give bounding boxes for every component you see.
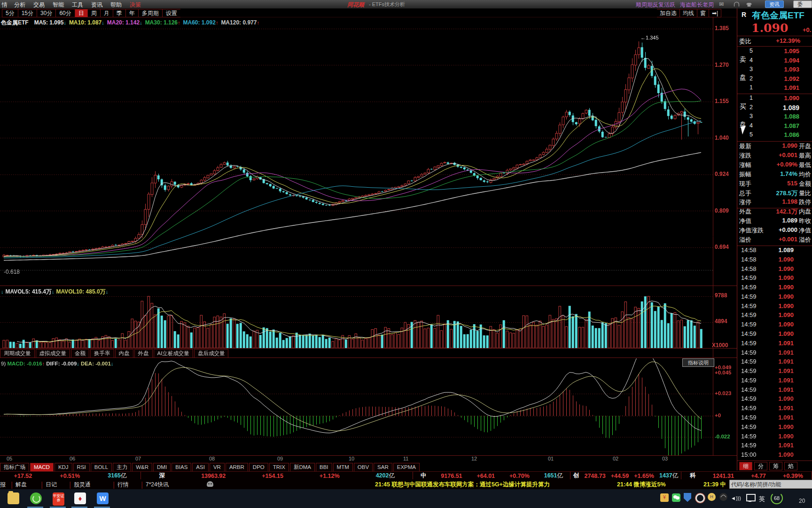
news-tab-行情[interactable]: 行情 [117, 481, 129, 489]
tray-network-icon[interactable] [746, 494, 756, 501]
news-item[interactable]: 21:39 中 [703, 481, 726, 489]
indicator-tab-BIAS[interactable]: BIAS [172, 463, 191, 472]
wps-icon[interactable]: W [97, 492, 109, 504]
indicator-tab-MTM[interactable]: MTM [333, 463, 353, 472]
menu-item-智能[interactable]: 智能 [53, 1, 64, 9]
menu-item-资讯[interactable]: 资讯 [91, 1, 102, 9]
quote-tab-分[interactable]: 分 [754, 462, 767, 470]
period-tab-多周期[interactable]: 多周期 [138, 9, 162, 17]
mail-icon[interactable]: ✉ [719, 1, 724, 8]
indicator-tab-ASI[interactable]: ASI [192, 463, 209, 472]
folder-icon[interactable] [8, 492, 19, 504]
quick-button-均线[interactable]: 均线 [680, 9, 697, 17]
indicator-tab-DPO[interactable]: DPO [249, 463, 268, 472]
index-segment-创[interactable]: 创2748.73+44.59+1.65%1437亿 [570, 472, 681, 480]
indicator-tab-SAR[interactable]: SAR [374, 463, 392, 472]
volume-tab-内盘[interactable]: 内盘 [115, 349, 133, 358]
indicator-tab-BOLL[interactable]: BOLL [91, 463, 112, 472]
quote-tab-细[interactable]: 细 [739, 462, 752, 470]
volume-tab-金额[interactable]: 金额 [71, 349, 89, 358]
solitaire-icon[interactable]: ♦ [74, 492, 86, 504]
green-security-icon[interactable] [30, 492, 42, 504]
period-tab-60分[interactable]: 60分 [55, 9, 74, 17]
indicator-tab-指标广场[interactable]: 指标广场 [0, 463, 29, 472]
quick-button-窗[interactable]: 窗 [697, 9, 709, 17]
tray-score-ball[interactable]: 68 [771, 492, 783, 504]
shirt-icon[interactable] [746, 3, 752, 7]
bid-row-1[interactable]: 11.090 [737, 95, 812, 103]
menu-item-帮助[interactable]: 帮助 [110, 1, 122, 9]
index-segment-科[interactable]: 科1241.31+4.77+0.39% [681, 472, 812, 480]
ask-row-2[interactable]: 21.092 [737, 75, 812, 84]
indicator-tab-KDJ[interactable]: KDJ [55, 463, 72, 472]
hot-link[interactable]: 海盗船长老周 [680, 1, 714, 9]
tray-shield-icon[interactable] [684, 493, 691, 502]
indicator-tab-EXPMA[interactable]: EXPMA [393, 463, 420, 472]
tray-finance-icon[interactable]: ¥ [660, 493, 669, 502]
ask-row-4[interactable]: 41.094 [737, 57, 812, 66]
period-tab-周[interactable]: 周 [87, 9, 100, 17]
indicator-tab-MACD[interactable]: MACD [30, 463, 54, 472]
indicator-tab-W&R[interactable]: W&R [132, 463, 152, 472]
volume-tab-换手率[interactable]: 换手率 [90, 349, 114, 358]
indicator-tab-新DMA[interactable]: 新DMA [290, 463, 315, 472]
indicator-tab-ARBR[interactable]: ARBR [226, 463, 248, 472]
bid-row-4[interactable]: 41.087 [737, 122, 812, 131]
period-tab-5分[interactable]: 5分 [2, 9, 18, 17]
indicator-tab-主力[interactable]: 主力 [113, 463, 131, 472]
tray-ring-icon[interactable] [695, 493, 705, 503]
quick-button-加自选[interactable]: 加自选 [657, 9, 680, 17]
indicator-tab-BBI[interactable]: BBI [316, 463, 332, 472]
volume-tab-虚拟成交量[interactable]: 虚拟成交量 [36, 349, 70, 358]
tray-ime-indicator[interactable]: 英 [759, 495, 765, 503]
period-tab-设置[interactable]: 设置 [162, 9, 180, 17]
ask-row-1[interactable]: 11.091 [737, 84, 812, 93]
news-tab-股灵通[interactable]: 股灵通 [74, 481, 91, 489]
tray-wechat-icon[interactable] [672, 493, 680, 502]
period-tab-年[interactable]: 年 [125, 9, 138, 17]
index-segment-sh[interactable]: +17.52+0.51%3165亿 [0, 472, 141, 480]
menu-item-交易[interactable]: 交易 [33, 1, 45, 9]
candlestick-chart-canvas[interactable] [0, 17, 737, 456]
bid-row-5[interactable]: 51.086 [737, 131, 812, 140]
news-item[interactable]: 21:44 微博涨近5% [617, 481, 666, 489]
news-tab-日记[interactable]: 日记 [46, 481, 57, 489]
news-item[interactable]: 21:45 联想与中国联通发布车联网方案：通过5G+边缘计算提升算力 [375, 481, 550, 489]
tray-alarm-icon[interactable]: H [708, 493, 716, 501]
pingan-securities-icon[interactable]: 平安证券 [53, 492, 64, 506]
period-tab-季[interactable]: 季 [113, 9, 125, 17]
bid-row-3[interactable]: 31.088 [737, 113, 812, 122]
period-tab-15分[interactable]: 15分 [18, 9, 37, 17]
indicator-tab-DMI[interactable]: DMI [153, 463, 171, 472]
period-tab-30分[interactable]: 30分 [37, 9, 55, 17]
menu-item-情[interactable]: 情 [2, 1, 8, 9]
quick-button-➡|[interactable]: ➡| [709, 9, 721, 17]
bid-row-2[interactable]: 21.089 [737, 104, 812, 113]
indicator-tab-VR[interactable]: VR [210, 463, 225, 472]
indicator-tab-RSI[interactable]: RSI [73, 463, 90, 472]
news-tab-报[interactable]: 报 [0, 481, 6, 489]
index-segment-深[interactable]: 深13963.92+154.15+1.12%4202亿 [141, 472, 413, 480]
volume-tab-外盘[interactable]: 外盘 [134, 349, 153, 358]
quote-tab-筹[interactable]: 筹 [769, 462, 782, 470]
index-segment-中[interactable]: 中9176.51+64.01+0.70%1651亿 [413, 472, 570, 480]
tray-satellite-icon[interactable] [719, 493, 727, 501]
tray-speaker-icon[interactable]: ◄))) [731, 495, 741, 501]
volume-tab-盘后成交量[interactable]: 盘后成交量 [194, 349, 229, 358]
menu-item-分析[interactable]: 分析 [14, 1, 25, 9]
ask-row-3[interactable]: 31.093 [737, 66, 812, 75]
indicator-tab-TRIX[interactable]: TRIX [269, 463, 289, 472]
ask-row-5[interactable]: 51.095 [737, 48, 812, 56]
period-tab-日[interactable]: 日 [75, 9, 87, 17]
quote-tab-焰[interactable]: 焰 [784, 462, 797, 470]
news-button[interactable]: 资讯 [765, 0, 784, 8]
menu-item-决策[interactable]: 决策 [130, 1, 141, 9]
volume-tab-周期成交量[interactable]: 周期成交量 [0, 349, 35, 358]
volume-tab-AI立桩成交量[interactable]: AI立桩成交量 [154, 349, 193, 358]
news-tab-7*24快讯[interactable]: 7*24快讯 [146, 481, 169, 489]
period-tab-月[interactable]: 月 [100, 9, 113, 17]
indicator-help-button[interactable]: 指标说明 [682, 358, 714, 367]
stock-code-input[interactable] [729, 480, 812, 489]
indicator-tab-OBV[interactable]: OBV [354, 463, 373, 472]
news-tab-解盘[interactable]: 解盘 [16, 481, 27, 489]
